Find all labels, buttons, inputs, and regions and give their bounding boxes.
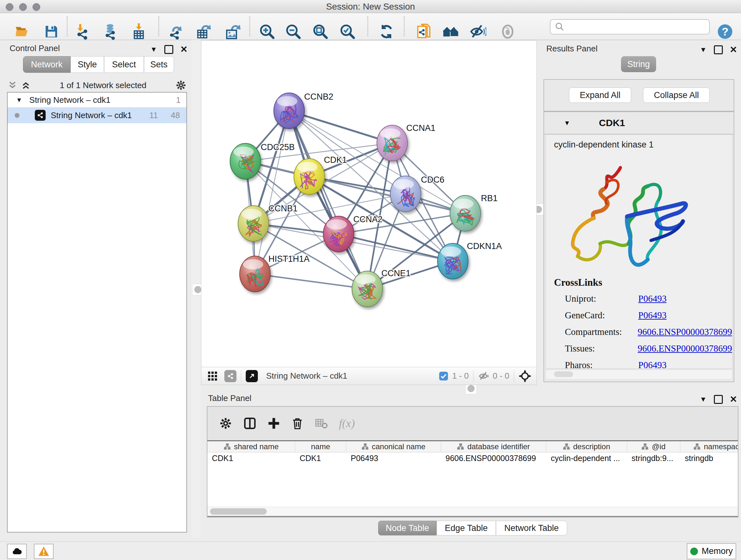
crosslink-link[interactable]: P06493 [638, 310, 667, 320]
table-cell[interactable]: stringdb:9... [627, 452, 680, 464]
network-node-CDK1[interactable] [294, 159, 325, 194]
crosslink-link[interactable]: 9606.ENSP00000378699 [637, 327, 732, 337]
tab-select[interactable]: Select [104, 56, 144, 73]
string-network-badge-icon[interactable] [224, 370, 237, 382]
table-cell[interactable]: CDK1 [295, 452, 346, 464]
tab-node-table[interactable]: Node Table [378, 521, 436, 536]
panel-menu-caret-icon[interactable]: ▼ [700, 46, 707, 54]
column-header-name[interactable]: name [295, 441, 346, 452]
open-in-new-window-icon[interactable] [246, 370, 258, 382]
panel-menu-caret-icon[interactable]: ▼ [150, 45, 157, 54]
cloud-status-button[interactable] [7, 544, 27, 559]
panel-menu-caret-icon[interactable]: ▼ [700, 395, 707, 403]
zoom-in-button[interactable] [258, 23, 276, 41]
home-icon[interactable] [442, 23, 460, 41]
expand-all-button[interactable]: Expand All [569, 87, 631, 103]
crosslink-link[interactable]: P06493 [638, 294, 667, 304]
grid-view-icon[interactable] [207, 371, 218, 381]
section-collapse-caret-icon[interactable]: ▼ [564, 119, 570, 127]
export-image-button[interactable] [224, 23, 242, 41]
import-network-database-button[interactable] [102, 23, 120, 41]
results-scrollbar[interactable] [545, 369, 732, 380]
table-row[interactable]: CDK1CDK1P064939606.ENSP00000378699cyclin… [207, 452, 738, 464]
network-node-CDKN1A[interactable] [437, 243, 468, 279]
network-edge-CCNB2-HIST1H1A[interactable] [255, 111, 289, 274]
fit-center-crosshair-icon[interactable] [519, 370, 531, 382]
zoom-selected-button[interactable] [339, 23, 356, 41]
tab-sets[interactable]: Sets [144, 56, 174, 73]
delete-column-trash-icon[interactable] [291, 417, 304, 430]
network-node-CDC25B[interactable] [230, 143, 261, 179]
hidden-eye-slash-icon[interactable] [478, 370, 489, 382]
network-node-CDC6[interactable] [390, 176, 421, 212]
add-column-icon[interactable] [267, 417, 280, 430]
table-gear-icon[interactable] [219, 417, 232, 430]
export-table-button[interactable] [194, 23, 212, 41]
show-columns-icon[interactable] [243, 417, 257, 430]
collection-expand-caret-icon[interactable]: ▼ [16, 97, 22, 104]
table-cell[interactable]: stringdb [680, 452, 738, 464]
network-node-CCNB2[interactable] [274, 93, 305, 129]
table-horizontal-scrollbar[interactable] [207, 507, 738, 516]
crosslink-link[interactable]: 9606.ENSP00000378699 [637, 343, 732, 354]
panel-float-icon[interactable] [714, 45, 723, 54]
network-node-CCNE1[interactable] [352, 271, 383, 307]
network-node-RB1[interactable] [450, 195, 481, 231]
save-session-button[interactable] [43, 23, 60, 41]
collapse-all-button[interactable]: Collapse All [643, 87, 710, 103]
column-header-shared-name[interactable]: shared name [207, 441, 295, 452]
hide-selected-eye-slash-icon[interactable] [469, 23, 487, 41]
collapse-all-chevrons-icon[interactable] [7, 80, 18, 91]
copy-network-icon[interactable] [415, 23, 433, 41]
network-collection-row[interactable]: ▼ String Network – cdk1 1 [8, 92, 186, 107]
network-row-selected[interactable]: String Network – cdk1 11 48 [8, 107, 186, 123]
search-input[interactable] [568, 22, 709, 32]
tab-network-table[interactable]: Network Table [496, 521, 567, 536]
show-all-eye-icon[interactable] [499, 23, 517, 41]
panel-float-icon[interactable] [164, 45, 173, 54]
help-button[interactable]: ? [716, 23, 734, 41]
gear-icon[interactable] [175, 79, 187, 91]
panel-float-icon[interactable] [714, 395, 723, 404]
crosslink-link[interactable]: P06493 [638, 360, 667, 369]
column-header-database-identifier[interactable]: database identifier [441, 441, 546, 452]
expand-all-chevrons-icon[interactable] [20, 80, 31, 91]
tab-edge-table[interactable]: Edge Table [436, 521, 496, 536]
function-builder-button[interactable]: f(x) [339, 417, 355, 430]
warnings-button[interactable] [34, 544, 54, 559]
memory-button[interactable]: Memory [687, 543, 736, 559]
table-cell[interactable]: CDK1 [207, 452, 295, 464]
tab-network[interactable]: Network [23, 56, 71, 73]
zoom-fit-button[interactable] [312, 23, 329, 41]
import-network-file-button[interactable] [74, 23, 91, 41]
panel-close-icon[interactable]: ✕ [730, 44, 737, 55]
delete-table-icon[interactable] [315, 417, 328, 430]
column-header-canonical-name[interactable]: canonical name [346, 441, 441, 452]
protein-section-header[interactable]: ▼ CDK1 [544, 112, 734, 134]
panel-close-icon[interactable]: ✕ [730, 394, 737, 405]
network-node-HIST1H1A[interactable] [240, 256, 270, 292]
panel-close-icon[interactable]: ✕ [180, 44, 188, 55]
column-header-namespace[interactable]: namespace [680, 441, 738, 452]
network-graph[interactable]: CCNB2CCNA1CDC25BCDK1CDC6RB1CCNB1CCNA2CDK… [201, 41, 536, 367]
network-canvas[interactable]: CCNB2CCNA1CDC25BCDK1CDC6RB1CCNB1CCNA2CDK… [201, 40, 537, 385]
network-edge-HIST1H1A-CCNE1[interactable] [255, 274, 367, 289]
table-cell[interactable]: cyclin-dependent ... [546, 452, 627, 464]
open-session-button[interactable] [13, 23, 31, 41]
export-network-button[interactable] [167, 23, 185, 41]
scrollbar-thumb[interactable] [210, 508, 267, 515]
network-edge-CCNB2-CCNA1[interactable] [289, 111, 392, 143]
column-header-description[interactable]: description [546, 441, 627, 452]
column-header--id[interactable]: @id [627, 441, 680, 452]
selected-checkbox-icon[interactable] [439, 371, 448, 381]
import-table-file-button[interactable] [130, 23, 148, 41]
network-node-CCNB1[interactable] [238, 206, 269, 241]
network-edge-CCNA2-CDKN1A[interactable] [339, 234, 453, 261]
network-node-CCNA1[interactable] [377, 125, 408, 161]
refresh-button[interactable] [378, 23, 395, 41]
table-cell[interactable]: 9606.ENSP00000378699 [441, 452, 546, 464]
table-cell[interactable]: P06493 [346, 452, 441, 464]
tab-style[interactable]: Style [71, 56, 104, 73]
zoom-out-button[interactable] [284, 23, 302, 41]
tab-string[interactable]: String [621, 56, 656, 72]
